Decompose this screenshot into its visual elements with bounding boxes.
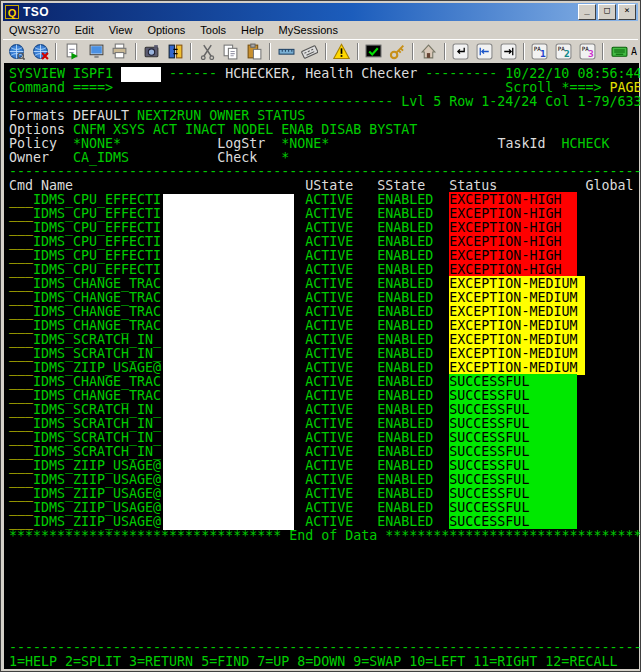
copy-button[interactable] xyxy=(219,41,243,62)
terminal-ok-button[interactable] xyxy=(362,41,386,62)
status-badge: EXCEPTION-MEDIUM xyxy=(449,346,585,361)
status-badge: SUCCESSFUL xyxy=(449,458,577,473)
status-badge: EXCEPTION-MEDIUM xyxy=(449,304,585,319)
check-name: IDMS_ZIIP_USAGE@ xyxy=(33,486,161,501)
keyboard-map-button[interactable] xyxy=(298,41,322,62)
check-name: IDMS_ZIIP_USAGE@ xyxy=(33,360,161,375)
table-row: ___IDMS_CHANGE_TRAC ACTIVE ENABLED EXCEP… xyxy=(9,277,585,291)
menu-item-view[interactable]: View xyxy=(103,23,142,38)
policy-value[interactable]: *NONE* xyxy=(73,136,121,151)
scroll-value[interactable]: PAGE xyxy=(609,80,641,95)
cmd-input[interactable]: ___ xyxy=(9,332,33,347)
cmd-input[interactable]: ___ xyxy=(9,500,33,515)
toolbar-separator xyxy=(325,43,327,60)
screen-settings-button[interactable] xyxy=(84,41,108,62)
cmd-input[interactable]: ___ xyxy=(9,346,33,361)
menu-item-help[interactable]: Help xyxy=(235,23,273,38)
check-value[interactable]: * xyxy=(281,150,289,165)
toolbar-separator xyxy=(602,43,604,60)
cmd-input[interactable]: ___ xyxy=(9,248,33,263)
cmd-input[interactable]: ___ xyxy=(9,458,33,473)
cmd-input[interactable]: ___ xyxy=(9,234,33,249)
menu-item-tools[interactable]: Tools xyxy=(194,23,235,38)
menu-item-edit[interactable]: Edit xyxy=(69,23,103,38)
options-label: Options xyxy=(9,122,73,137)
paste-button[interactable] xyxy=(243,41,267,62)
cmd-input[interactable]: ___ xyxy=(9,220,33,235)
format-options[interactable]: NEXT2RUN OWNER STATUS xyxy=(137,108,305,123)
cmd-input[interactable]: ___ xyxy=(9,388,33,403)
cmd-input[interactable]: ___ xyxy=(9,374,33,389)
pa2-key-button[interactable]: PA2 xyxy=(552,41,576,62)
pa1-key-button[interactable]: PA1 xyxy=(528,41,552,62)
format-default[interactable]: DEFAULT xyxy=(73,108,137,123)
pa3-key-button[interactable]: PA3 xyxy=(575,41,599,62)
connect-globe-button[interactable] xyxy=(5,41,29,62)
keyboard-green-button[interactable] xyxy=(607,41,631,62)
check-name: IDMS_CPU_EFFECTI xyxy=(33,192,161,207)
cmd-input[interactable]: ___ xyxy=(9,402,33,417)
check-name: IDMS_CPU_EFFECTI xyxy=(33,262,161,277)
policy-line: Policy *NONE* LogStr *NONE* TaskId HCHEC… xyxy=(9,137,609,151)
status-badge: SUCCESSFUL xyxy=(449,374,577,389)
cmd-input[interactable]: ___ xyxy=(9,444,33,459)
title-bar: Q TSO _□× xyxy=(3,3,638,21)
cmd-input[interactable]: ___ xyxy=(9,416,33,431)
maximize-button[interactable]: □ xyxy=(598,4,616,20)
warning-button[interactable] xyxy=(330,41,354,62)
cmd-input[interactable]: ___ xyxy=(9,472,33,487)
cmd-input[interactable]: ___ xyxy=(9,318,33,333)
home-button[interactable] xyxy=(417,41,441,62)
cmd-input[interactable]: ___ xyxy=(9,206,33,221)
cut-icon xyxy=(199,43,216,60)
minimize-button[interactable]: _ xyxy=(578,4,596,20)
status-badge: SUCCESSFUL xyxy=(449,430,577,445)
pf-key-labels[interactable]: 1=HELP 2=SPLIT 3=RETURN 5=FIND 7=UP 8=DO… xyxy=(9,654,617,669)
status-badge: EXCEPTION-HIGH xyxy=(449,220,577,235)
menu-item-options[interactable]: Options xyxy=(141,23,194,38)
bottom-separator-line: ----------------------------------------… xyxy=(9,641,641,655)
cmd-input[interactable]: ___ xyxy=(9,360,33,375)
svg-text:3: 3 xyxy=(588,48,594,59)
print-button[interactable] xyxy=(108,41,132,62)
dashes: ----------------------------------------… xyxy=(9,640,641,655)
cmd-input[interactable]: ___ xyxy=(9,276,33,291)
security-key-button[interactable] xyxy=(385,41,409,62)
cmd-input[interactable]: ___ xyxy=(9,192,33,207)
redaction-box xyxy=(163,194,294,530)
enter-key-button[interactable] xyxy=(449,41,473,62)
status-badge: EXCEPTION-MEDIUM xyxy=(449,318,585,333)
taskid-value: HCHECK xyxy=(561,136,609,151)
close-button[interactable]: × xyxy=(618,4,636,20)
toolbar-overflow-letter: A xyxy=(631,46,637,57)
status-badge: EXCEPTION-MEDIUM xyxy=(449,332,585,347)
cmd-input[interactable]: ___ xyxy=(9,290,33,305)
cmd-input[interactable]: ___ xyxy=(9,486,33,501)
cmd-input[interactable]: ___ xyxy=(9,430,33,445)
function-keys-line: 1=HELP 2=SPLIT 3=RETURN 5=FIND 7=UP 8=DO… xyxy=(9,655,617,669)
menu-item-mysessions[interactable]: MySessions xyxy=(273,23,347,38)
keymap-transfer-button[interactable] xyxy=(163,41,187,62)
ruler-button[interactable] xyxy=(274,41,298,62)
tab-key-button[interactable] xyxy=(496,41,520,62)
backtab-key-button[interactable] xyxy=(472,41,496,62)
menu-item-qws3270[interactable]: QWS3270 xyxy=(3,23,69,38)
owner-value[interactable]: CA_IDMS xyxy=(73,150,129,165)
option-values[interactable]: CNFM XSYS ACT INACT NODEL ENAB DISAB BYS… xyxy=(73,122,417,137)
send-file-button[interactable] xyxy=(60,41,84,62)
command-input[interactable] xyxy=(113,80,505,95)
cmd-input[interactable]: ___ xyxy=(9,514,33,529)
cmd-input[interactable]: ___ xyxy=(9,304,33,319)
status-badge: SUCCESSFUL xyxy=(449,500,577,515)
check-name: IDMS_SCRATCH_IN_ xyxy=(33,444,161,459)
logstr-value[interactable]: *NONE* xyxy=(281,136,329,151)
paste-icon xyxy=(246,43,263,60)
capture-button[interactable] xyxy=(140,41,164,62)
cmd-input[interactable]: ___ xyxy=(9,262,33,277)
status-badge: SUCCESSFUL xyxy=(449,402,577,417)
policy-label: Policy xyxy=(9,136,73,151)
tool-bar: PA1PA2PA3A xyxy=(3,39,638,63)
terminal-screen[interactable]: SYSVIEW ISPF1 ------ HCHECKER, Health Ch… xyxy=(4,63,639,669)
cut-button[interactable] xyxy=(195,41,219,62)
disconnect-globe-button[interactable] xyxy=(29,41,53,62)
